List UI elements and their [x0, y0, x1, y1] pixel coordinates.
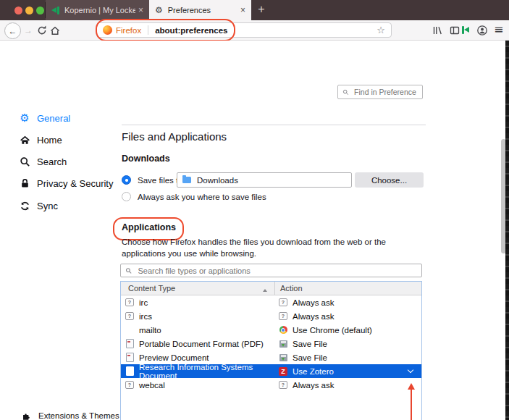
column-header-content-type[interactable]: Content Type — [121, 284, 274, 293]
tab-bar: Kopernio | My Locker × ⚙ Preferences × + — [0, 0, 509, 20]
action-cell[interactable]: Save File — [274, 353, 421, 362]
preferences-page: ⚙ General Home Search Privacy & Security — [0, 41, 509, 420]
puzzle-icon — [22, 411, 31, 420]
applications-search-input[interactable] — [137, 266, 417, 276]
table-row[interactable]: ircs Always ask — [121, 309, 421, 323]
content-type-cell: irc — [121, 298, 274, 307]
sync-icon — [19, 201, 30, 211]
chrome-icon — [279, 326, 287, 334]
sort-ascending-icon — [263, 289, 267, 292]
document-icon — [126, 353, 134, 362]
content-type-label: webcal — [139, 381, 165, 390]
sidebar-item-search[interactable]: Search — [19, 155, 67, 168]
content-type-label: irc — [139, 298, 148, 307]
table-row[interactable]: Portable Document Format (PDF) Save File — [121, 337, 421, 350]
menu-icon[interactable]: ≡ — [494, 22, 503, 36]
back-button[interactable]: ← — [4, 22, 21, 39]
window-minimize-button[interactable] — [25, 7, 33, 14]
downloads-heading: Downloads — [122, 154, 170, 164]
choose-button[interactable]: Choose... — [355, 172, 424, 188]
forward-button[interactable]: → — [24, 25, 33, 35]
url-text[interactable]: about:preferences — [155, 26, 227, 35]
document-icon — [126, 366, 134, 376]
search-icon — [125, 267, 132, 274]
applications-search[interactable] — [120, 264, 422, 277]
library-icon[interactable] — [432, 25, 443, 36]
find-input[interactable] — [353, 87, 418, 97]
action-cell[interactable]: Save File — [274, 340, 421, 348]
table-row[interactable]: Research Information Systems Document Us… — [121, 364, 421, 378]
zotero-icon — [279, 367, 287, 376]
question-bubble-icon — [125, 381, 134, 389]
action-cell[interactable]: Use Zotero — [274, 367, 421, 376]
gear-icon: ⚙ — [155, 6, 163, 14]
content-type-label: mailto — [139, 326, 161, 335]
close-icon[interactable]: × — [240, 5, 245, 15]
sidebar-item-privacy-security[interactable]: Privacy & Security — [19, 177, 113, 190]
action-label: Always ask — [293, 298, 335, 307]
sidebar-footer-label: Extensions & Themes — [38, 411, 119, 420]
search-icon — [342, 88, 349, 96]
bookmark-star-icon[interactable]: ☆ — [377, 25, 385, 35]
table-header: Content Type Action — [121, 282, 421, 295]
find-in-preferences[interactable] — [337, 85, 423, 99]
content-type-label: Preview Document — [139, 353, 209, 362]
save-file-icon — [279, 340, 287, 348]
url-chip-divider — [148, 25, 148, 35]
action-label: Always ask — [293, 312, 335, 321]
action-label: Use Chrome (default) — [293, 326, 372, 335]
tab-preferences[interactable]: ⚙ Preferences × — [149, 0, 251, 20]
action-cell[interactable]: Use Chrome (default) — [274, 326, 421, 335]
download-folder-value: Downloads — [197, 176, 238, 185]
sidebar-item-extensions-themes[interactable]: Extensions & Themes — [22, 410, 119, 420]
action-cell[interactable]: Always ask — [274, 312, 421, 321]
save-files-to-radio[interactable] — [122, 175, 131, 185]
kopernio-icon — [51, 7, 59, 14]
firefox-window: Kopernio | My Locker × ⚙ Preferences × +… — [0, 0, 509, 420]
tab-label: Preferences — [168, 6, 237, 14]
account-icon[interactable] — [476, 25, 488, 36]
save-file-icon — [279, 354, 287, 361]
search-icon — [19, 156, 30, 167]
sidebar-item-sync[interactable]: Sync — [19, 199, 58, 212]
reload-icon[interactable] — [36, 25, 48, 36]
table-row[interactable]: webcal Always ask — [121, 378, 421, 392]
content-type-label: Research Information Systems Document — [139, 363, 274, 380]
window-close-button[interactable] — [14, 7, 22, 14]
chevron-down-icon[interactable] — [408, 368, 413, 374]
applications-table-body: irc Always ask ircs Always ask mailto Us… — [121, 295, 421, 392]
home-icon — [19, 135, 30, 146]
sidebar-toggle-icon[interactable] — [449, 25, 460, 36]
sidebar-item-label: General — [37, 113, 70, 124]
page-title: Files and Applications — [122, 130, 227, 143]
table-row[interactable]: mailto Use Chrome (default) — [121, 323, 421, 337]
column-header-action[interactable]: Action — [274, 282, 421, 295]
action-cell[interactable]: Always ask — [274, 298, 421, 307]
action-cell[interactable]: Always ask — [274, 381, 421, 390]
always-ask-radio[interactable] — [122, 192, 131, 201]
new-tab-button[interactable]: + — [255, 3, 268, 16]
content-type-cell: ircs — [121, 312, 274, 321]
tab-kopernio[interactable]: Kopernio | My Locker × — [46, 0, 149, 20]
sidebar-item-home[interactable]: Home — [19, 133, 62, 146]
sidebar-item-general[interactable]: ⚙ General — [19, 112, 70, 125]
applications-table: Content Type Action irc Always ask ircs … — [120, 281, 422, 420]
window-zoom-button[interactable] — [36, 7, 44, 14]
applications-description: Choose how Firefox handles the files you… — [122, 236, 424, 259]
sidebar-item-label: Sync — [37, 201, 58, 211]
firefox-logo-icon — [103, 25, 112, 35]
url-bar[interactable]: Firefox about:preferences ☆ — [96, 22, 392, 38]
url-brand-chip: Firefox — [116, 26, 141, 35]
home-icon[interactable] — [49, 25, 61, 36]
close-icon[interactable]: × — [138, 5, 143, 15]
action-label: Save File — [293, 340, 327, 348]
applications-heading: Applications — [122, 222, 176, 232]
content-type-cell: webcal — [121, 381, 274, 390]
table-row[interactable]: irc Always ask — [121, 295, 421, 309]
download-folder-field[interactable]: Downloads — [177, 172, 352, 188]
sidebar-item-label: Home — [37, 135, 62, 146]
question-bubble-icon — [279, 298, 287, 306]
action-label: Save File — [293, 353, 327, 362]
folder-icon — [182, 177, 191, 183]
sidebar-item-label: Privacy & Security — [37, 178, 113, 189]
